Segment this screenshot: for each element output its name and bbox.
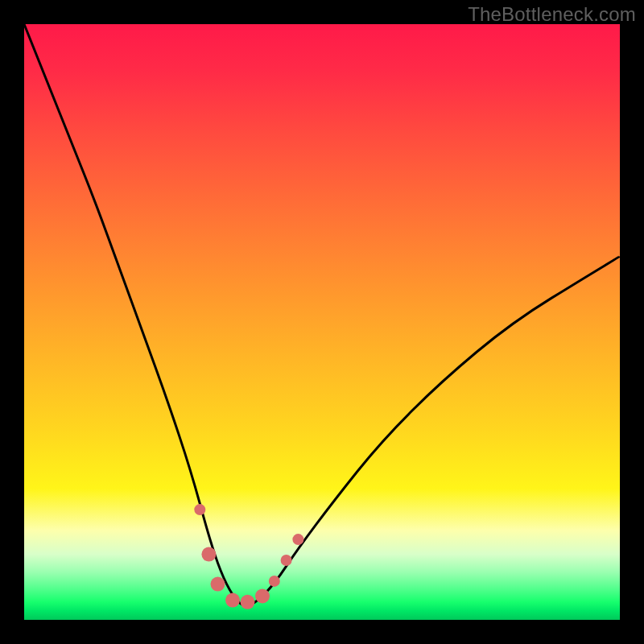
curve-marker (211, 577, 225, 592)
watermark-text: TheBottleneck.com (468, 3, 636, 26)
plot-area (24, 24, 620, 620)
chart-frame: TheBottleneck.com (0, 0, 644, 644)
curve-marker (225, 593, 240, 608)
curve-marker (269, 576, 280, 587)
curve-marker (194, 504, 205, 515)
chart-svg (24, 24, 620, 620)
curve-marker (281, 555, 292, 566)
curve-marker (201, 547, 216, 562)
curve-marker (292, 534, 303, 545)
curve-marker (255, 588, 270, 603)
curve-marker (241, 595, 255, 609)
curve-markers (194, 504, 303, 609)
bottleneck-curve (24, 24, 620, 606)
